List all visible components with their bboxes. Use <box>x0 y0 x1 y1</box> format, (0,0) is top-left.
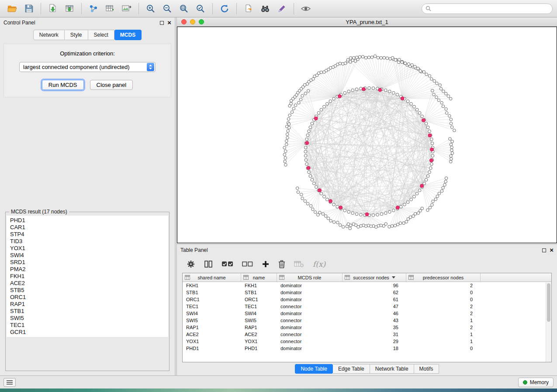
column-header-name[interactable]: name <box>241 273 277 282</box>
close-panel-button[interactable]: Close panel <box>90 80 133 90</box>
table-row[interactable]: SWI5SWI5connector431 <box>183 317 551 324</box>
table-row[interactable]: SWI4SWI4dominator462 <box>183 310 551 317</box>
column-header-empty <box>481 273 551 282</box>
column-header-MCDS-role[interactable]: MCDS role <box>277 273 343 282</box>
task-history-button[interactable] <box>3 378 16 387</box>
save-icon[interactable] <box>21 2 37 16</box>
table-row[interactable]: STB1STB1dominator620 <box>183 289 551 296</box>
mcds-result-item[interactable]: STB1 <box>7 308 168 315</box>
table-scrollbar[interactable] <box>546 282 551 362</box>
table-row[interactable]: YOX1YOX1connector291 <box>183 338 551 345</box>
mcds-result-item[interactable]: CAR1 <box>7 224 168 231</box>
network-window: YPA_prune.txt_1 <box>177 17 557 243</box>
maximize-window-icon[interactable] <box>199 19 204 24</box>
table-column-icon <box>243 275 249 280</box>
export-image-icon[interactable] <box>119 2 135 16</box>
memory-button[interactable]: Memory <box>518 378 554 387</box>
delete-table-icon[interactable] <box>294 261 304 268</box>
mcds-result-item[interactable]: YOX1 <box>7 245 168 252</box>
annotation-icon[interactable] <box>274 2 290 16</box>
mcds-result-item[interactable]: ACE2 <box>7 280 168 287</box>
table-settings-gear-icon[interactable] <box>187 260 195 268</box>
close-panel-icon[interactable]: × <box>167 21 171 25</box>
tab-node-table[interactable]: Node Table <box>295 364 333 374</box>
column-header-shared-name[interactable]: shared name <box>183 273 241 282</box>
zoom-selected-icon[interactable] <box>193 2 208 16</box>
close-table-panel-icon[interactable]: × <box>550 248 554 252</box>
table-row[interactable]: PHD1PHD1dominator180 <box>183 345 551 352</box>
table-row[interactable]: ACE2ACE2connector311 <box>183 331 551 338</box>
table-row[interactable]: ORC1ORC1dominator610 <box>183 296 551 303</box>
function-builder-icon[interactable]: f(x) <box>313 260 325 268</box>
add-column-icon[interactable] <box>262 260 270 268</box>
import-network-file-icon[interactable] <box>45 2 61 16</box>
tab-network-table[interactable]: Network Table <box>370 364 414 374</box>
tab-edge-table[interactable]: Edge Table <box>333 364 370 374</box>
tab-style[interactable]: Style <box>65 30 88 40</box>
tab-mcds[interactable]: MCDS <box>114 30 142 40</box>
column-header-predecessor-nodes[interactable]: predecessor nodes <box>406 273 481 282</box>
import-table-file-icon[interactable] <box>62 2 77 16</box>
main-toolbar <box>0 0 557 17</box>
run-mcds-button[interactable]: Run MCDS <box>42 80 84 90</box>
table-body: FKH1FKH1dominator962STB1STB1dominator620… <box>183 282 551 362</box>
zoom-in-icon[interactable] <box>143 2 159 16</box>
mcds-result-item[interactable]: STB5 <box>7 287 168 294</box>
network-graph[interactable] <box>177 27 557 243</box>
tab-select[interactable]: Select <box>88 30 114 40</box>
show-graphics-details-icon[interactable] <box>298 2 314 16</box>
mcds-result-group: MCDS result (17 nodes) PHD1CAR1STP4TID3Y… <box>5 209 170 371</box>
toolbar-search[interactable] <box>422 3 553 14</box>
column-header-successor-nodes[interactable]: successor nodes <box>343 273 406 282</box>
cell-successors: 96 <box>343 283 406 288</box>
minimize-window-icon[interactable] <box>190 19 195 24</box>
cell-shared_name: RAP1 <box>183 325 241 330</box>
table-row[interactable]: TEC1TEC1connector472 <box>183 303 551 310</box>
show-columns-icon[interactable] <box>204 260 213 268</box>
cell-predecessors: 1 <box>406 332 481 337</box>
criterion-dropdown[interactable]: largest connected component (undirected) <box>19 62 156 72</box>
zoom-fit-icon[interactable] <box>176 2 192 16</box>
table-toolbar: f(x) <box>177 255 557 273</box>
mcds-result-item[interactable]: STP4 <box>7 231 168 238</box>
cell-successors: 35 <box>343 325 406 330</box>
zoom-out-icon[interactable] <box>159 2 175 16</box>
float-panel-icon[interactable] <box>160 21 164 25</box>
new-network-icon[interactable] <box>86 2 101 16</box>
toolbar-separator <box>41 3 41 14</box>
float-table-panel-icon[interactable] <box>542 248 546 252</box>
mcds-result-item[interactable]: SRD1 <box>7 259 168 266</box>
table-row[interactable]: RAP1RAP1dominator352 <box>183 324 551 331</box>
open-file-icon[interactable] <box>4 2 20 16</box>
select-all-rows-icon[interactable] <box>221 261 233 267</box>
mcds-result-item[interactable]: SWI4 <box>7 252 168 259</box>
cell-shared_name: TEC1 <box>183 304 241 309</box>
search-input[interactable] <box>431 6 549 12</box>
new-table-icon[interactable] <box>102 2 118 16</box>
deselect-all-rows-icon[interactable] <box>242 261 253 267</box>
refresh-icon[interactable] <box>217 2 232 16</box>
mcds-result-item[interactable]: PMA2 <box>7 266 168 273</box>
mcds-result-item[interactable]: TEC1 <box>7 322 168 329</box>
mcds-result-item[interactable]: SWI5 <box>7 315 168 322</box>
clone-network-icon[interactable] <box>241 2 256 16</box>
mcds-result-item[interactable]: FKH1 <box>7 273 168 280</box>
mcds-result-item[interactable]: TID3 <box>7 238 168 245</box>
close-window-icon[interactable] <box>181 19 187 24</box>
scrollbar-thumb[interactable] <box>547 283 550 322</box>
memory-label: Memory <box>530 379 549 385</box>
table-row[interactable]: FKH1FKH1dominator962 <box>183 282 551 289</box>
network-canvas[interactable] <box>177 27 557 243</box>
mcds-result-item[interactable]: RAP1 <box>7 301 168 308</box>
mcds-result-item[interactable]: ORC1 <box>7 294 168 301</box>
cell-role: dominator <box>277 325 343 330</box>
tab-motifs[interactable]: Motifs <box>414 364 439 374</box>
mcds-result-list[interactable]: PHD1CAR1STP4TID3YOX1SWI4SRD1PMA2FKH1ACE2… <box>7 216 168 337</box>
mcds-result-item[interactable]: GCR1 <box>7 329 168 336</box>
tab-network[interactable]: Network <box>33 30 65 40</box>
cell-shared_name: ACE2 <box>183 332 241 337</box>
delete-column-icon[interactable] <box>278 260 285 268</box>
mcds-result-item[interactable]: PHD1 <box>7 217 168 224</box>
list-icon <box>6 380 13 385</box>
search-network-icon[interactable] <box>257 2 273 16</box>
